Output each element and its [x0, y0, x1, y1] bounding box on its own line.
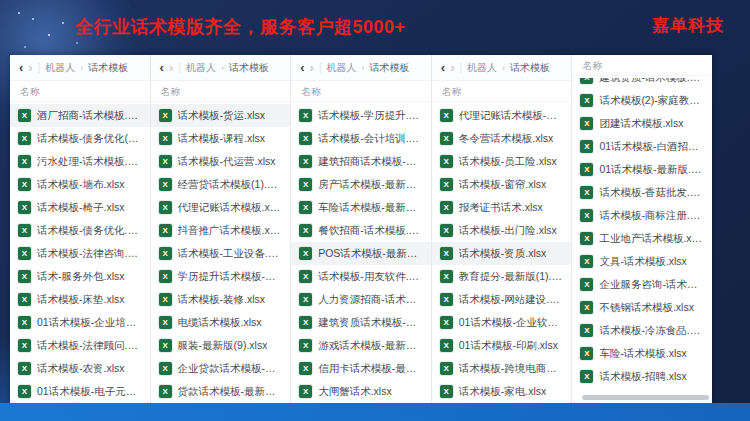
file-row[interactable]: X话术模板(2)-家庭教育.xlsx [572, 89, 712, 112]
file-row[interactable]: X话术模板-法律咨询.xlsx [10, 242, 150, 265]
file-row[interactable]: X不锈钢话术模板.xlsx [572, 296, 712, 319]
file-row[interactable]: X学历提升话术模板-最新版.xlsx [151, 265, 291, 288]
excel-file-icon: X [159, 339, 172, 352]
file-row[interactable]: X服装-最新版(9).xlsx [151, 334, 291, 357]
file-row[interactable]: X污水处理-话术模板.xlsx [10, 150, 150, 173]
file-row[interactable]: X话术模板-招聘.xlsx [572, 365, 712, 388]
file-row[interactable]: X话术模板-出门险.xlsx [432, 219, 572, 242]
back-arrow-icon[interactable]: ‹ [19, 61, 23, 74]
file-row[interactable]: X人力资源招商-话术模板.xlsx [291, 288, 431, 311]
file-row[interactable]: X话术-服务外包.xlsx [10, 265, 150, 288]
file-row[interactable]: X酒厂招商-话术模板.xlsx [10, 104, 150, 127]
file-row[interactable]: X游戏话术模板-最新版.xlsx [291, 334, 431, 357]
file-row[interactable]: X信用卡话术模板-最新版.xlsx [291, 357, 431, 380]
excel-file-icon: X [299, 178, 312, 191]
file-row[interactable]: X餐饮招商-话术模板.xlsx [291, 219, 431, 242]
file-row[interactable]: X抖音推广话术模板.xlsx [151, 219, 291, 242]
file-row[interactable]: X01话术模板-电子元器件.xlsx [10, 380, 150, 403]
file-row[interactable]: X话术模板-学历提升.xlsx [291, 104, 431, 127]
file-row[interactable]: X话术模板-会计培训.xlsx [291, 127, 431, 150]
file-row[interactable]: X建筑资质-话术模板.xlsx [572, 78, 712, 89]
file-row[interactable]: X话术模板-网站建设.xlsx [432, 288, 572, 311]
file-row[interactable]: X房产话术模板-最新版.xlsx [291, 173, 431, 196]
file-row[interactable]: X建筑招商话术模板-最新版.xlsx [291, 150, 431, 173]
file-row[interactable]: X话术模板-员工险.xlsx [432, 150, 572, 173]
file-row[interactable]: X企业贷款话术模板-最新版.xlsx [151, 357, 291, 380]
file-row[interactable]: X贷款话术模板-最新版.xlsx [151, 380, 291, 403]
file-row[interactable]: X教育提分-最新版(1).xlsx [432, 265, 572, 288]
horizontal-scrollbar[interactable] [582, 395, 709, 400]
file-row[interactable]: X话术模板-代运营.xlsx [151, 150, 291, 173]
file-name: 建筑资质-话术模板.xlsx [599, 78, 704, 85]
breadcrumb-separator: | [459, 62, 462, 73]
page-header: 全行业话术模版齐全，服务客户超5000+ 嘉单科技 [0, 0, 750, 55]
file-row[interactable]: XPOS话术模板-最新版.xlsx [291, 242, 431, 265]
file-name: 餐饮招商-话术模板.xlsx [318, 224, 423, 238]
breadcrumb-current[interactable]: 话术模板 [229, 61, 269, 75]
back-arrow-icon[interactable]: ‹ [300, 61, 304, 74]
breadcrumb-arrow-icon: › [361, 63, 364, 73]
breadcrumb-root[interactable]: 机器人 [45, 61, 75, 75]
breadcrumb-current[interactable]: 话术模板 [88, 61, 128, 75]
forward-arrow-icon[interactable]: › [28, 61, 32, 74]
file-row[interactable]: X话术模板-农资.xlsx [10, 357, 150, 380]
file-row[interactable]: X话术模板-债务优化(2).xlsx [10, 127, 150, 150]
breadcrumb-current[interactable]: 话术模板 [510, 61, 550, 75]
back-arrow-icon[interactable]: ‹ [160, 61, 164, 74]
file-row[interactable]: X01话术模板-最新版.xlsx [572, 158, 712, 181]
file-row[interactable]: X话术模板-冷冻食品.xlsx [572, 319, 712, 342]
forward-arrow-icon[interactable]: › [310, 61, 314, 74]
excel-file-icon: X [18, 109, 31, 122]
file-row[interactable]: X企业服务咨询-话术模板.xlsx [572, 273, 712, 296]
file-row[interactable]: X话术模板-课程.xlsx [151, 127, 291, 150]
file-row[interactable]: X话术模板-商标注册.xlsx [572, 204, 712, 227]
file-row[interactable]: X话术模板-装修.xlsx [151, 288, 291, 311]
file-row[interactable]: X话术模板-债务优化.xlsx [10, 219, 150, 242]
file-row[interactable]: X经营贷话术模板(1).xlsx [151, 173, 291, 196]
file-row[interactable]: X代理记账话术模板-最新版.xlsx [432, 104, 572, 127]
file-row[interactable]: X话术模板-家电.xlsx [432, 380, 572, 403]
file-row[interactable]: X文具-话术模板.xlsx [572, 250, 712, 273]
file-name: 不锈钢话术模板.xlsx [599, 301, 694, 315]
file-row[interactable]: X话术模板-资质.xlsx [432, 242, 572, 265]
file-row[interactable]: X01话术模板-企业培训.xlsx [10, 311, 150, 334]
back-arrow-icon[interactable]: ‹ [441, 61, 445, 74]
file-row[interactable]: X话术模板-床垫.xlsx [10, 288, 150, 311]
breadcrumb-root[interactable]: 机器人 [467, 61, 497, 75]
breadcrumb-current[interactable]: 话术模板 [369, 61, 409, 75]
file-row[interactable]: X代理记账话术模板.xlsx [151, 196, 291, 219]
file-name: 话术模板-代运营.xlsx [178, 155, 276, 169]
file-row[interactable]: X话术模板-香菇批发.xlsx [572, 181, 712, 204]
file-row[interactable]: X话术模板-工业设备.xlsx [151, 242, 291, 265]
file-name: 大闸蟹话术.xlsx [318, 385, 392, 399]
file-row[interactable]: X话术模板-墙布.xlsx [10, 173, 150, 196]
file-name: 01话术模板-白酒招商.xlsx [599, 140, 704, 154]
file-name: 话术模板-家电.xlsx [459, 385, 547, 399]
file-row[interactable]: X车险-话术模板.xlsx [572, 342, 712, 365]
file-row[interactable]: X话术模板-法律顾问.xlsx [10, 334, 150, 357]
file-row[interactable]: X话术模板-窗帘.xlsx [432, 173, 572, 196]
file-row[interactable]: X01话术模板-白酒招商.xlsx [572, 135, 712, 158]
file-row[interactable]: X话术模板-跨境电商服务.xlsx [432, 357, 572, 380]
file-name: 代理记账话术模板-最新版.xlsx [459, 109, 564, 123]
file-row[interactable]: X电缆话术模板.xlsx [151, 311, 291, 334]
breadcrumb-root[interactable]: 机器人 [326, 61, 356, 75]
file-row[interactable]: X话术模板-货运.xlsx [151, 104, 291, 127]
file-name: 话术模板-香菇批发.xlsx [599, 186, 704, 200]
file-row[interactable]: X团建话术模板.xlsx [572, 112, 712, 135]
forward-arrow-icon[interactable]: › [450, 61, 454, 74]
file-row[interactable]: X冬令营话术模板.xlsx [432, 127, 572, 150]
name-column-header: 名称 [572, 55, 712, 76]
file-row[interactable]: X工业地产话术模板.xlsx [572, 227, 712, 250]
file-row[interactable]: X01话术模板-企业软件.xlsx [432, 311, 572, 334]
file-row[interactable]: X大闸蟹话术.xlsx [291, 380, 431, 403]
forward-arrow-icon[interactable]: › [169, 61, 173, 74]
file-row[interactable]: X话术模板-用友软件.xlsx [291, 265, 431, 288]
excel-file-icon: X [159, 224, 172, 237]
file-row[interactable]: X建筑资质话术模板-最新版.xlsx [291, 311, 431, 334]
file-row[interactable]: X车险话术模板-最新版.xlsx [291, 196, 431, 219]
file-row[interactable]: X话术模板-椅子.xlsx [10, 196, 150, 219]
file-row[interactable]: X报考证书话术.xlsx [432, 196, 572, 219]
breadcrumb-root[interactable]: 机器人 [186, 61, 216, 75]
file-row[interactable]: X01话术模板-印刷.xlsx [432, 334, 572, 357]
